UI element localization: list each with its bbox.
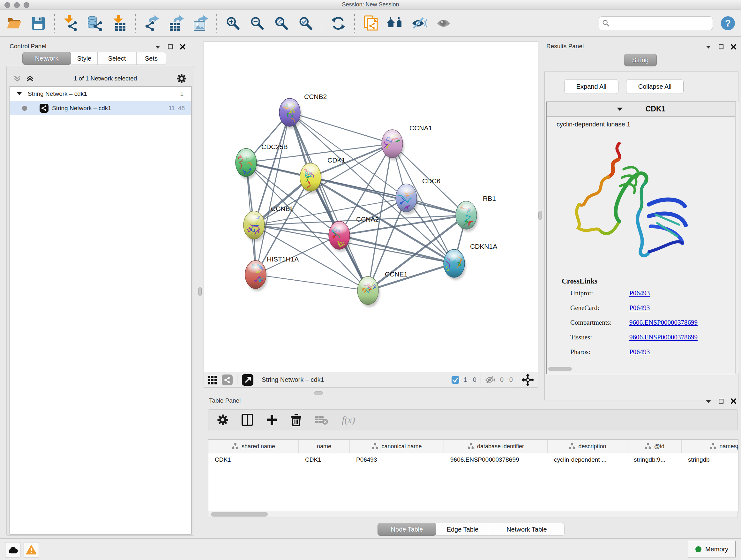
zoom-out-icon[interactable] bbox=[249, 15, 266, 32]
panel-menu-icon[interactable] bbox=[705, 399, 712, 403]
panel-float-icon[interactable] bbox=[719, 44, 724, 50]
column-header-description[interactable]: description bbox=[548, 440, 627, 453]
column-header-name[interactable]: name bbox=[299, 440, 350, 453]
node-table[interactable]: shared namenamecanonical namedatabase id… bbox=[208, 439, 738, 511]
node-result-header[interactable]: CDK1 bbox=[547, 102, 735, 117]
save-session-icon[interactable] bbox=[30, 15, 47, 32]
network-view-share-icon[interactable] bbox=[221, 374, 233, 386]
network-collection-label: String Network – cdk1 bbox=[28, 90, 177, 98]
function-builder-icon[interactable]: f(x) bbox=[342, 415, 355, 425]
tab-node-table[interactable]: Node Table bbox=[378, 523, 436, 536]
grid-view-icon[interactable] bbox=[208, 375, 217, 385]
panel-close-icon[interactable] bbox=[731, 398, 736, 404]
collapse-all-button[interactable]: Collapse All bbox=[626, 79, 684, 94]
export-table-icon[interactable] bbox=[168, 15, 185, 32]
delete-column-icon[interactable] bbox=[291, 414, 301, 426]
export-image-icon[interactable] bbox=[192, 15, 209, 32]
expand-all-icon[interactable] bbox=[26, 75, 34, 82]
column-header-namespace[interactable]: namespace bbox=[682, 440, 738, 453]
network-node-ccnb2[interactable]: CCNB2 bbox=[279, 93, 327, 129]
network-node-hist1h1a[interactable]: HIST1H1A bbox=[245, 255, 299, 291]
results-vscrollbar-track[interactable] bbox=[735, 102, 739, 373]
import-table-file-icon[interactable] bbox=[111, 15, 128, 32]
column-type-network-icon bbox=[232, 443, 239, 450]
table-cell[interactable]: cyclin-dependent ... bbox=[548, 453, 627, 466]
search-input[interactable] bbox=[612, 19, 710, 27]
warnings-button[interactable] bbox=[23, 542, 39, 557]
crosslink-link[interactable]: P06493 bbox=[629, 348, 650, 356]
cloud-icon bbox=[8, 546, 18, 554]
column-header-database-identifier[interactable]: database identifier bbox=[444, 440, 548, 453]
copy-network-icon[interactable] bbox=[362, 15, 379, 32]
collapse-entry-icon[interactable] bbox=[616, 107, 623, 111]
network-tree: String Network – cdk1 1 String Network –… bbox=[10, 86, 192, 535]
network-node-ccne1[interactable]: CCNE1 bbox=[357, 270, 408, 307]
delete-table-icon[interactable] bbox=[315, 415, 328, 425]
network-canvas[interactable]: CCNB2CCNA1CDC25BCDK1CDC6RB1CCNB1CCNA2CDK… bbox=[204, 41, 538, 373]
hide-selected-eye-icon[interactable] bbox=[411, 15, 428, 32]
panel-close-icon[interactable] bbox=[180, 44, 185, 50]
panel-menu-icon[interactable] bbox=[705, 45, 712, 49]
zoom-selected-icon[interactable] bbox=[297, 15, 314, 32]
cloud-status-button[interactable] bbox=[5, 542, 20, 557]
network-node-ccna1[interactable]: CCNA1 bbox=[382, 124, 432, 160]
table-options-gear-icon[interactable] bbox=[217, 415, 228, 425]
tab-network[interactable]: Network bbox=[22, 52, 71, 65]
right-splitter-handle[interactable] bbox=[538, 211, 542, 220]
open-session-icon[interactable] bbox=[6, 15, 22, 32]
fit-content-icon[interactable] bbox=[273, 15, 290, 32]
hidden-eye-icon[interactable] bbox=[485, 376, 496, 384]
table-cell[interactable]: stringdb bbox=[682, 453, 738, 466]
column-header-canonical-name[interactable]: canonical name bbox=[350, 440, 444, 453]
panel-menu-icon[interactable] bbox=[154, 45, 161, 49]
panel-float-icon[interactable] bbox=[719, 399, 724, 404]
export-network-icon[interactable] bbox=[144, 15, 160, 32]
tab-string[interactable]: String bbox=[624, 54, 657, 66]
first-neighbors-icon[interactable] bbox=[387, 15, 403, 32]
help-icon[interactable]: ? bbox=[721, 15, 735, 32]
crosslink-link[interactable]: P06493 bbox=[629, 289, 650, 297]
panel-close-icon[interactable] bbox=[731, 44, 736, 50]
refresh-icon[interactable] bbox=[330, 15, 347, 32]
crosslink-link[interactable]: 9606.ENSP00000378699 bbox=[629, 333, 697, 341]
crosslink-link[interactable]: P06493 bbox=[629, 304, 650, 312]
show-all-eye-icon[interactable] bbox=[435, 15, 452, 32]
network-options-gear-icon[interactable] bbox=[177, 74, 186, 83]
memory-button[interactable]: Memory bbox=[688, 541, 736, 557]
tab-network-table[interactable]: Network Table bbox=[489, 523, 564, 536]
tab-sets[interactable]: Sets bbox=[137, 52, 166, 65]
tab-edge-table[interactable]: Edge Table bbox=[436, 523, 489, 536]
tab-style[interactable]: Style bbox=[71, 52, 98, 65]
table-cell[interactable]: CDK1 bbox=[208, 453, 299, 466]
expand-all-button[interactable]: Expand All bbox=[564, 79, 618, 94]
table-cell[interactable]: CDK1 bbox=[299, 453, 350, 466]
results-hscrollbar-thumb[interactable] bbox=[548, 367, 572, 371]
horizontal-splitter-handle[interactable] bbox=[314, 391, 323, 395]
table-hscrollbar-track[interactable] bbox=[208, 511, 738, 518]
table-hscrollbar-thumb[interactable] bbox=[211, 512, 268, 516]
open-view-icon[interactable] bbox=[242, 374, 254, 386]
panel-float-icon[interactable] bbox=[168, 44, 173, 50]
birds-eye-toggle-icon[interactable] bbox=[522, 374, 534, 386]
table-cell[interactable]: P06493 bbox=[350, 453, 444, 466]
tab-select[interactable]: Select bbox=[98, 52, 137, 65]
import-network-database-icon[interactable] bbox=[87, 15, 104, 32]
selected-checkbox-icon[interactable] bbox=[451, 376, 460, 384]
crosslink-link[interactable]: 9606.ENSP00000378699 bbox=[629, 319, 697, 327]
column-header-@id[interactable]: @id bbox=[627, 440, 682, 453]
network-tree-child-row[interactable]: String Network – cdk1 11 48 bbox=[10, 101, 191, 115]
collapse-all-icon[interactable] bbox=[13, 75, 21, 82]
left-splitter-handle[interactable] bbox=[198, 287, 202, 296]
tree-expander-icon[interactable] bbox=[17, 92, 22, 96]
import-network-file-icon[interactable] bbox=[63, 15, 79, 32]
table-cell[interactable]: stringdb:9... bbox=[627, 453, 682, 466]
column-header-shared-name[interactable]: shared name bbox=[208, 440, 299, 453]
network-node-cdkn1a[interactable]: CDKN1A bbox=[441, 243, 497, 280]
table-row[interactable]: CDK1CDK1P064939606.ENSP00000378699cyclin… bbox=[208, 453, 738, 466]
create-column-icon[interactable] bbox=[266, 415, 277, 425]
show-columns-icon[interactable] bbox=[242, 414, 253, 426]
network-tree-root-row[interactable]: String Network – cdk1 1 bbox=[10, 86, 191, 101]
network-node-rb1[interactable]: RB1 bbox=[456, 195, 496, 232]
zoom-in-icon[interactable] bbox=[225, 15, 241, 32]
table-cell[interactable]: 9606.ENSP00000378699 bbox=[444, 453, 548, 466]
